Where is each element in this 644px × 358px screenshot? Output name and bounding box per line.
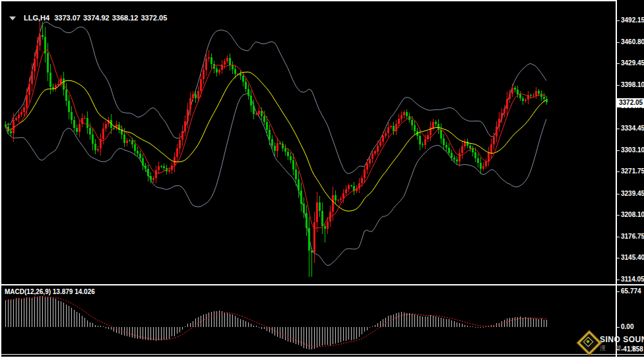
ohlc-low: 3368.12 (112, 14, 139, 22)
price-axis-label-tick (617, 85, 620, 86)
price-axis-label: 3114.05 (621, 276, 644, 283)
price-axis-label: 3303.10 (621, 146, 644, 154)
ohlc-close: 3372.05 (141, 14, 167, 22)
price-axis-label-tick (617, 150, 620, 151)
chart-collapse-triangle-icon[interactable] (9, 16, 16, 20)
price-axis-label: 3145.40 (621, 254, 644, 262)
macd-axis-label: 0.00 (621, 323, 633, 331)
logo-text-en: SINO SOUND (600, 336, 644, 343)
price-axis-label: 3460.80 (621, 38, 644, 46)
symbol-timeframe: LLG,H4 (24, 14, 49, 22)
panel-divider[interactable] (0, 284, 644, 285)
main-chart-area[interactable] (5, 22, 548, 277)
chart-window: LLG,H4 3373.073374.923368.123372.05 MACD… (0, 0, 644, 358)
price-axis-label-tick (617, 215, 620, 216)
ohlc-open: 3373.07 (54, 14, 80, 22)
price-axis-label-tick (617, 20, 620, 21)
macd-axis-label: 65.774 (621, 287, 641, 295)
price-axis-label-tick (617, 280, 620, 280)
price-axis-label-tick (617, 171, 620, 172)
price-axis-label-tick (617, 63, 620, 64)
price-axis-label-tick (617, 129, 620, 129)
left-frame-line (0, 0, 1, 358)
price-axis-label: 3398.10 (621, 81, 644, 89)
macd-axis-label-tick (617, 349, 620, 350)
price-axis-label-tick (617, 42, 620, 43)
macd-indicator-area[interactable] (5, 296, 547, 349)
macd-axis-label: -41.858 (621, 345, 643, 353)
symbol-header: LLG,H4 3373.073374.923368.123372.05 (24, 14, 170, 22)
bottom-frame-line-1 (0, 354, 644, 355)
ohlc-high: 3374.92 (83, 14, 110, 22)
price-axis-label-tick (617, 258, 620, 258)
top-frame-line (0, 0, 617, 1)
price-axis-label: 3492.15 (621, 16, 644, 24)
price-and-macd-chart[interactable] (0, 0, 644, 358)
price-axis-label: 3334.45 (621, 125, 644, 133)
price-axis-label: 3176.75 (621, 233, 644, 241)
price-axis-label-tick (617, 237, 620, 237)
price-axis-label: 3239.45 (621, 190, 644, 198)
price-axis-label-tick (617, 194, 620, 194)
macd-indicator-label: MACD(12,26,9) 13.879 14.026 (5, 288, 95, 295)
gold-diamond-icon (578, 332, 598, 351)
price-axis-label: 3271.75 (621, 167, 644, 175)
price-axis-label: 3429.45 (621, 59, 644, 67)
macd-axis-label-tick (617, 291, 620, 292)
current-price-tag: 3372.05 (617, 98, 644, 107)
price-axis-label: 3208.10 (621, 211, 644, 219)
axis-separator-line[interactable] (616, 0, 617, 358)
macd-axis-label-tick (617, 327, 620, 328)
